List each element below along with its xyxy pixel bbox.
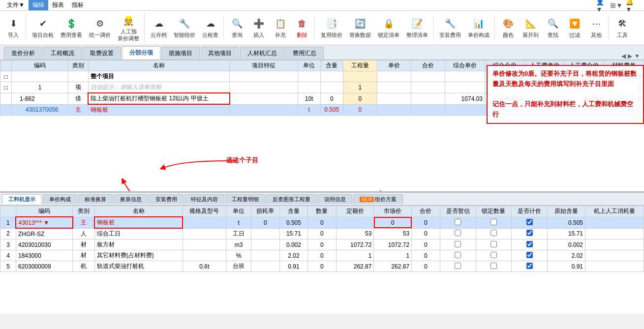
lower-tab-std-convert[interactable]: 标准换算 [78,194,113,204]
expand-cell[interactable]: □ [0,71,12,82]
btn-labor[interactable]: 👷 人工预算价调整 [115,13,142,42]
btn-fee-view[interactable]: 💲 费用查看 [58,16,85,40]
lower-tab-convert-info[interactable]: 换算信息 [114,194,148,204]
menu-index[interactable]: 指标 [68,0,88,10]
btn-reuse-price[interactable]: 📑 复用组价 [318,16,345,40]
lower-tab-reverse-lookup[interactable]: 反查图形工程量 [266,194,317,204]
btn-lock-list[interactable]: 🔒 锁定清单 [375,16,402,40]
expand-cell[interactable]: □ [0,82,12,93]
price-yn-cb[interactable] [526,252,533,258]
btn-organize[interactable]: 📝 整理清单 [403,16,431,40]
lrow-orig-content: 0.91 [548,261,585,272]
tab-arrow-more[interactable]: ▼ [634,53,640,60]
table-row: □ 整个项目 0 0 [0,71,644,82]
lrow-name: 板方材 [94,239,183,250]
tab-measures[interactable]: 措施项目 [161,47,200,60]
lock-qty-cb[interactable] [491,252,497,258]
tab-project-overview[interactable]: 工程概况 [43,47,82,60]
lrow-code[interactable]: 43013*** ▼ [16,217,72,228]
btn-smart-price[interactable]: 🔧 智能组价 [171,16,198,40]
lower-tab-price-plan[interactable]: NEW组价方案 [353,194,403,204]
btn-replace-label: 替换数据 [349,31,371,39]
tab-sub-items[interactable]: 分部分项 [122,46,160,60]
name-cell: 整个项目 [88,71,230,82]
workload-cell[interactable]: 0 [343,104,377,116]
btn-install-fee[interactable]: 🔧 安装费用 [436,16,464,40]
name-cell[interactable]: 自动提示：请输入清单简称 [88,82,230,93]
comp-total-cell [485,104,525,116]
estimate-cb[interactable] [455,263,461,269]
estimate-cb[interactable] [455,230,461,236]
name-cell[interactable]: 陆上柴油打桩机打槽型钢板桩 12t以内 甲级土 [88,93,230,104]
btn-query[interactable]: 🔍 查询 [227,16,247,40]
check-icon: ✔ [36,17,50,30]
user-icon[interactable]: 👤▼ [596,0,608,11]
bell-icon[interactable]: 🔔▼ [625,0,637,11]
estimate-cb[interactable] [455,241,461,247]
tab-resources[interactable]: 人材机汇总 [240,47,284,60]
lrow-lock-qty [476,261,512,272]
lower-tab-desc[interactable]: 说明信息 [318,194,352,204]
lower-tab-install-fee[interactable]: 安装费用 [149,194,184,204]
tab-fee-setting[interactable]: 取费设置 [83,47,121,60]
estimate-cb[interactable] [455,219,461,225]
btn-unit-price[interactable]: 📊 单价构成 [465,16,492,40]
price-yn-cb[interactable] [526,230,533,236]
btn-project-check[interactable]: ✔ 项目自检 [29,16,57,40]
lock-qty-cb[interactable] [491,230,497,236]
price-yn-cb[interactable] [526,219,533,225]
btn-expand[interactable]: 📐 展开到 [520,16,542,40]
btn-fee-view-label: 费用查看 [61,31,82,39]
tab-other-items[interactable]: 其他项目 [201,47,239,60]
lower-tab-price-comp[interactable]: 单价构成 [43,194,77,204]
labor-price-cell [524,71,564,82]
btn-other[interactable]: ⋯ 其他 [586,16,607,40]
lock-qty-cb[interactable] [491,241,497,247]
btn-delete[interactable]: 🗑 删除 [292,16,312,40]
code-cell [12,71,68,82]
grid-icon[interactable]: ⊞▼ [611,0,622,11]
btn-import[interactable]: ⬇ 导入 [3,16,24,40]
lrow-market-price[interactable]: 0 [374,217,412,228]
comp-total-cell: 0 [485,71,525,82]
lower-tab-resources[interactable]: 工料机显示 [2,194,42,204]
btn-filter[interactable]: 🔽 过滤 [564,16,585,40]
lrow-price-yn [512,261,548,272]
btn-supplement[interactable]: 📋 补充 [270,16,291,40]
tab-arrow-left[interactable]: ◀ [621,53,626,60]
btn-replace-data[interactable]: 🔄 替换数据 [346,16,374,40]
btn-tools[interactable]: 🛠 工具 [612,16,633,40]
workload-cell[interactable]: 1 [343,82,377,93]
tab-cost-analysis[interactable]: 造价分析 [4,47,42,60]
insert-icon: ➕ [252,17,266,30]
lrow-machine-labor [585,228,644,239]
smart-icon: 🔧 [178,17,191,30]
btn-adjust[interactable]: ⚙ 统一调价 [86,16,114,40]
btn-cloud-save[interactable]: ☁ 云存档 [148,16,170,40]
tab-arrow-right[interactable]: ▶ [628,53,632,60]
lock-qty-cb[interactable] [491,263,497,269]
workload-cell[interactable]: 0 [343,93,377,104]
tab-fee-summary[interactable]: 费用汇总 [285,47,324,60]
btn-cloud-check[interactable]: ☁ 云检查 [199,16,221,40]
btn-color[interactable]: 🎨 颜色 [498,16,519,40]
lrow-qty: 0 [308,217,337,228]
menu-edit[interactable]: 编辑 [29,0,48,10]
btn-insert[interactable]: ➕ 插入 [248,16,269,40]
name-cell[interactable]: 钢板桩 [88,104,230,116]
estimate-cb[interactable] [455,252,461,258]
price-yn-cb[interactable] [526,263,533,269]
lower-tab-features[interactable]: 特征及内容 [184,194,224,204]
cloud-save-icon: ☁ [152,17,166,30]
menu-file[interactable]: 文件▼ [3,0,29,10]
lrow-machine-labor [585,261,644,272]
lrow-loss [251,261,280,272]
btn-find[interactable]: 🔍 查找 [543,16,563,40]
price-yn-cb[interactable] [526,241,533,247]
workload-cell [343,71,377,82]
lower-tab-workload-detail[interactable]: 工程量明细 [225,194,265,204]
lrow-loss [251,228,280,239]
lock-qty-cb[interactable] [491,219,497,225]
th-material: 材料费单 [604,60,644,71]
menu-report[interactable]: 报表 [48,0,68,10]
